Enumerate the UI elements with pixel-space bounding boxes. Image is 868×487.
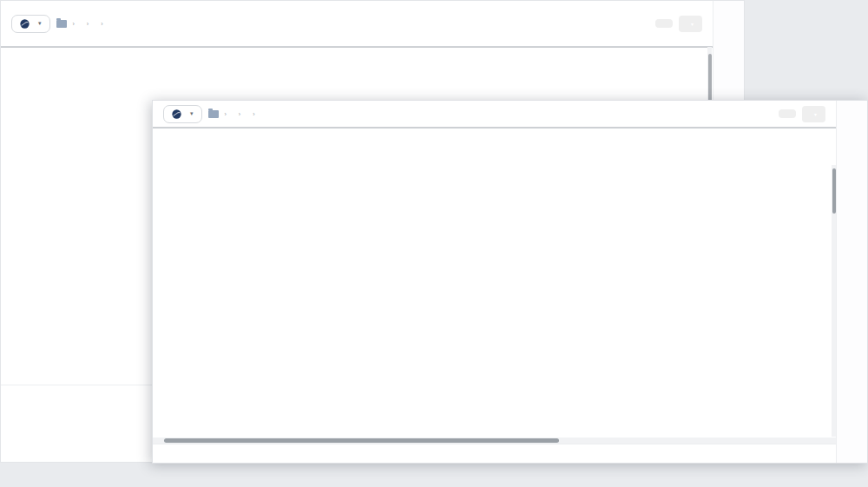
fg-grid [153,128,836,438]
breadcrumb-separator: › [73,21,75,27]
breadcrumb-separator: › [101,21,102,27]
oecd-logo-icon [20,19,30,29]
chevron-down-icon: ▾ [691,22,694,27]
fg-toolbar: ▾ › › › ▾ [153,101,836,127]
actions-button[interactable]: ▾ [802,106,825,122]
chevron-down-icon: ▾ [38,20,42,27]
breadcrumb-separator: › [87,21,89,27]
fg-vertical-scrollbar[interactable] [832,165,836,437]
fg-horizontal-scrollbar[interactable] [153,438,836,444]
workspace-switcher[interactable]: ▾ [11,15,50,33]
fg-sheet-tabbar [153,444,836,457]
folder-icon[interactable] [208,110,219,118]
folder-icon[interactable] [56,20,67,28]
desktop-stage: ▾ › › › ▾ ▾ [0,0,868,487]
oecd-logo-icon [172,109,181,119]
actions-button[interactable]: ▾ [679,16,702,32]
breadcrumb-separator: › [225,111,227,117]
chevron-down-icon: ▾ [190,110,194,117]
calculate-now-button[interactable] [655,19,673,28]
chevron-down-icon: ▾ [814,112,817,117]
foreground-window: ▾ › › › ▾ [152,100,868,464]
calculate-now-button[interactable] [779,109,796,118]
workspace-switcher[interactable]: ▾ [163,105,202,123]
fg-side-rail [836,101,867,463]
bg-toolbar: ▾ › › › ▾ [1,1,713,46]
breadcrumb-separator: › [253,111,254,117]
breadcrumb-separator: › [239,111,240,117]
